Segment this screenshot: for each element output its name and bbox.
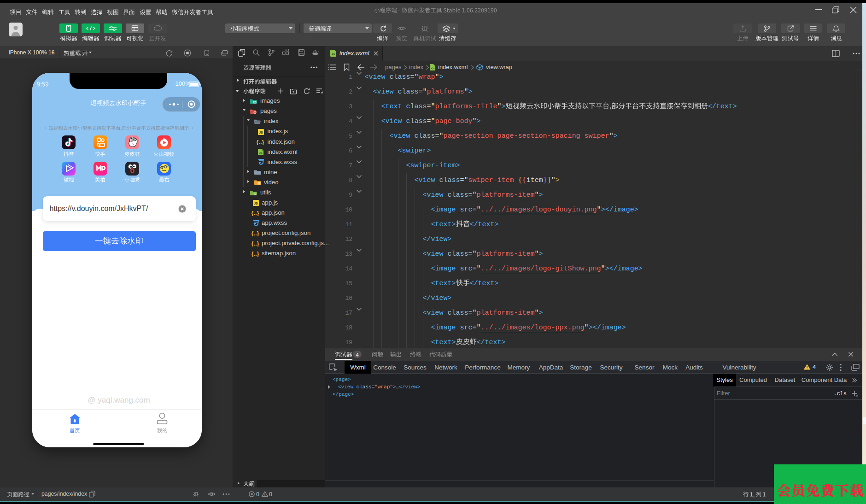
svg-text:{..}: {..} bbox=[252, 240, 259, 246]
svg-text:<>: <> bbox=[331, 53, 335, 56]
svg-text:{..}: {..} bbox=[257, 139, 264, 145]
svg-text:JS: JS bbox=[254, 202, 258, 205]
svg-text:JS: JS bbox=[259, 131, 263, 134]
svg-text:{..}: {..} bbox=[252, 250, 259, 257]
svg-text:{..}: {..} bbox=[252, 230, 259, 236]
svg-text:<>: <> bbox=[259, 152, 263, 155]
svg-text:{..}: {..} bbox=[252, 210, 259, 216]
